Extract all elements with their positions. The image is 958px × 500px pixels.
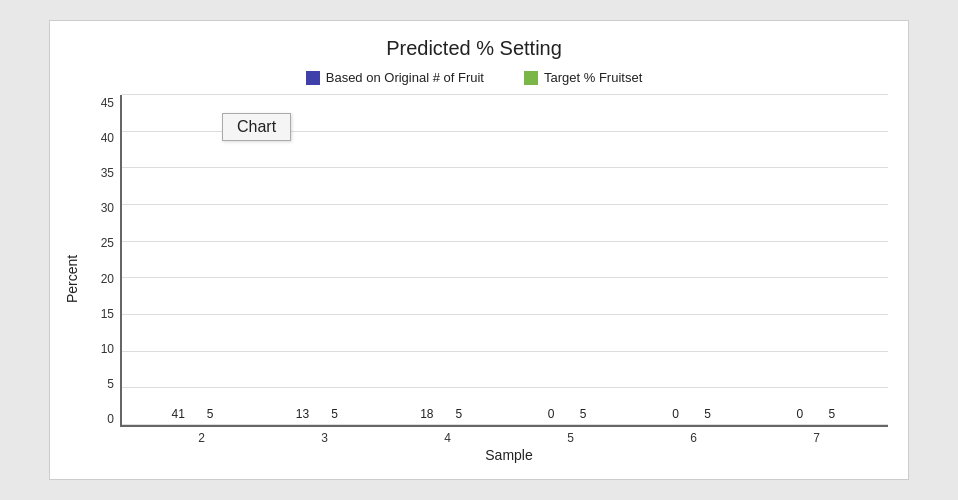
chart-title: Predicted % Setting xyxy=(60,37,888,60)
legend-swatch-green xyxy=(524,71,538,85)
x-axis-label: Sample xyxy=(88,445,888,463)
bar-label-green: 5 xyxy=(331,407,338,421)
y-tick: 10 xyxy=(88,343,120,355)
y-tick: 30 xyxy=(88,202,120,214)
x-tick: 6 xyxy=(632,431,755,445)
legend-item-green: Target % Fruitset xyxy=(524,70,642,85)
x-tick: 5 xyxy=(509,431,632,445)
bar-label-green: 5 xyxy=(207,407,214,421)
bar-label-blue: 13 xyxy=(296,407,309,421)
chart-container: Predicted % Setting Based on Original # … xyxy=(49,20,909,480)
bars-row: 415135185050505 xyxy=(122,95,888,425)
chart-legend: Based on Original # of Fruit Target % Fr… xyxy=(60,70,888,85)
x-tick: 7 xyxy=(755,431,878,445)
bars-area: 415135185050505 Chart xyxy=(120,95,888,427)
bar-label-blue: 18 xyxy=(420,407,433,421)
x-tick: 4 xyxy=(386,431,509,445)
bar-label-green: 5 xyxy=(704,407,711,421)
bar-label-blue: 0 xyxy=(672,407,679,421)
y-tick: 35 xyxy=(88,167,120,179)
chart-tooltip: Chart xyxy=(222,113,291,141)
legend-item-blue: Based on Original # of Fruit xyxy=(306,70,484,85)
y-tick: 25 xyxy=(88,237,120,249)
x-tick: 2 xyxy=(140,431,263,445)
y-axis-label: Percent xyxy=(60,95,84,463)
y-tick: 40 xyxy=(88,132,120,144)
y-ticks: 051015202530354045 xyxy=(88,95,120,427)
bar-label-blue: 0 xyxy=(796,407,803,421)
legend-label-green: Target % Fruitset xyxy=(544,70,642,85)
y-tick: 20 xyxy=(88,273,120,285)
bar-label-blue: 41 xyxy=(171,407,184,421)
y-tick: 5 xyxy=(88,378,120,390)
y-tick: 0 xyxy=(88,413,120,425)
chart-body: Percent 051015202530354045 4151351850505… xyxy=(60,95,888,463)
bar-label-green: 5 xyxy=(455,407,462,421)
y-tick: 15 xyxy=(88,308,120,320)
chart-area: 051015202530354045 415135185050505 Chart… xyxy=(88,95,888,463)
x-ticks: 234567 xyxy=(130,427,888,445)
bar-label-green: 5 xyxy=(828,407,835,421)
y-tick: 45 xyxy=(88,97,120,109)
bar-label-blue: 0 xyxy=(548,407,555,421)
legend-swatch-blue xyxy=(306,71,320,85)
plot-area: 051015202530354045 415135185050505 Chart xyxy=(88,95,888,427)
legend-label-blue: Based on Original # of Fruit xyxy=(326,70,484,85)
x-axis: 234567 xyxy=(88,427,888,445)
x-tick: 3 xyxy=(263,431,386,445)
bar-label-green: 5 xyxy=(580,407,587,421)
